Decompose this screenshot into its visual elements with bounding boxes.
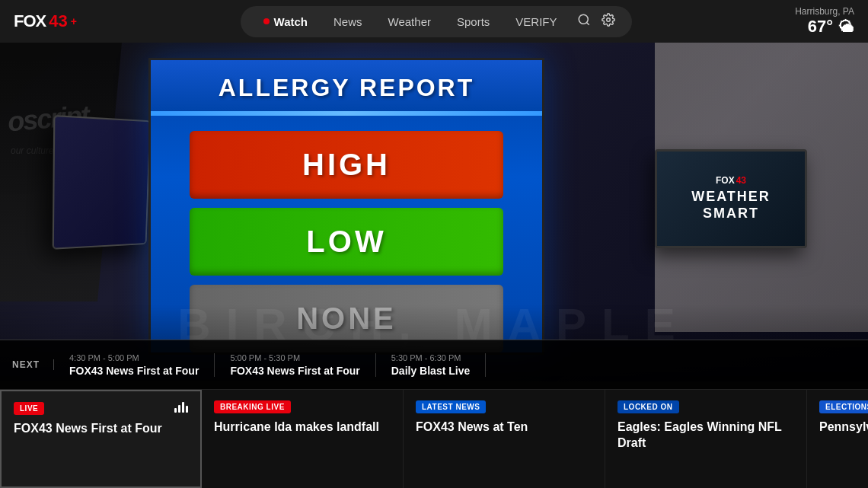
nav-verify-label: VERIFY [515, 15, 557, 28]
nav-sports[interactable]: Sports [446, 11, 500, 33]
main-nav: Watch News Weather Sports VERIFY [241, 6, 632, 37]
card-elections-badge: ELECTIONS [819, 400, 868, 413]
nav-live-dot [263, 18, 270, 24]
main-content-area: oscript our culture ALLERGY REPORT HIGH … [0, 43, 868, 381]
schedule-next-label: NEXT [12, 359, 54, 370]
weather-smart-monitor: FOX 43 WEATHERSMART [655, 149, 807, 248]
cloud-icon: 🌥 [839, 18, 854, 36]
studio-monitor-device [53, 115, 151, 250]
allergy-report-title: ALLERGY REPORT [151, 60, 542, 111]
schedule-items: 4:30 PM - 5:00 PM FOX43 News First at Fo… [54, 353, 856, 377]
card-latest-badge: LATEST NEWS [416, 400, 486, 413]
weather-widget: Harrisburg, PA 67° 🌥 [795, 6, 854, 37]
allergy-divider [151, 111, 542, 116]
schedule-item-2[interactable]: 5:30 PM - 6:30 PM Daily Blast Live [376, 353, 487, 377]
card-elections-title: Pennsylvan... [819, 419, 856, 435]
logo-plus: + [71, 15, 77, 27]
card-elections[interactable]: ELECTIONS Pennsylvan... [807, 390, 868, 488]
card-latest-news[interactable]: LATEST NEWS FOX43 News at Ten [404, 390, 605, 488]
card-live[interactable]: LIVE FOX43 News First at Four [0, 390, 202, 488]
svg-line-1 [586, 22, 589, 24]
live-bar-1 [174, 408, 177, 413]
live-bar-4 [186, 406, 188, 413]
schedule-time-0: 4:30 PM - 5:00 PM [69, 353, 199, 362]
nav-news-label: News [333, 15, 362, 28]
card-locked-on[interactable]: LOCKED ON Eagles: Eagles Winning NFL Dra… [605, 390, 807, 488]
right-monitor-number: 43 [736, 175, 746, 186]
schedule-item-1[interactable]: 5:00 PM - 5:30 PM FOX43 News First at Fo… [215, 353, 375, 377]
schedule-title-0: FOX43 News First at Four [69, 365, 199, 377]
weather-smart-title: WEATHERSMART [691, 189, 771, 222]
nav-watch-label: Watch [274, 15, 308, 28]
temperature-value: 67° [808, 17, 833, 37]
card-breaking-badge: BREAKING LIVE [214, 400, 291, 413]
schedule-title-1: FOX43 News First at Four [230, 365, 359, 377]
teleprompter-subtext: our culture [11, 145, 54, 156]
weather-smart-screen: FOX 43 WEATHERSMART [657, 152, 805, 246]
nav-news[interactable]: News [323, 11, 373, 33]
monitor-device-screen [54, 116, 150, 247]
right-monitor-logo: FOX 43 [716, 175, 746, 186]
card-live-badge: LIVE [14, 402, 44, 415]
card-locked-title: Eagles: Eagles Winning NFL Draft [617, 419, 794, 451]
live-bars [174, 402, 188, 413]
nav-weather[interactable]: Weather [378, 11, 442, 33]
card-breaking-title: Hurricane Ida makes landfall [214, 419, 391, 435]
live-bar-2 [178, 405, 180, 413]
schedule-item-0[interactable]: 4:30 PM - 5:00 PM FOX43 News First at Fo… [54, 353, 215, 377]
logo: FOX 43 + [14, 11, 77, 31]
svg-point-0 [579, 14, 588, 24]
header: FOX 43 + Watch News Weather Sports VERIF… [0, 0, 868, 43]
logo-number: 43 [49, 11, 67, 31]
live-indicator [174, 402, 188, 413]
card-latest-title: FOX43 News at Ten [416, 419, 592, 435]
logo-fox-text: FOX [14, 11, 46, 31]
nav-watch[interactable]: Watch [253, 11, 318, 33]
schedule-bar: NEXT 4:30 PM - 5:00 PM FOX43 News First … [0, 340, 868, 389]
schedule-time-1: 5:00 PM - 5:30 PM [230, 353, 359, 362]
allergy-level-high: HIGH [190, 131, 503, 199]
live-bar-3 [182, 402, 184, 413]
bottom-cards-section: LIVE FOX43 News First at Four BREAKING L… [0, 389, 868, 488]
schedule-title-2: Daily Blast Live [391, 365, 471, 377]
allergy-level-low: LOW [190, 208, 503, 276]
right-monitor-fox: FOX [716, 175, 735, 186]
card-locked-badge: LOCKED ON [617, 400, 679, 413]
card-live-title: FOX43 News First at Four [14, 421, 188, 437]
nav-verify[interactable]: VERIFY [505, 11, 567, 33]
card-breaking[interactable]: BREAKING LIVE Hurricane Ida makes landfa… [202, 390, 404, 488]
nav-icons-group [573, 13, 620, 30]
weather-location: Harrisburg, PA [795, 6, 854, 17]
settings-icon[interactable] [602, 13, 615, 30]
weather-temp: 67° 🌥 [808, 17, 854, 37]
svg-point-2 [606, 18, 610, 21]
search-icon[interactable] [577, 13, 591, 30]
nav-sports-label: Sports [457, 15, 490, 28]
schedule-time-2: 5:30 PM - 6:30 PM [391, 353, 471, 362]
nav-weather-label: Weather [388, 15, 431, 28]
